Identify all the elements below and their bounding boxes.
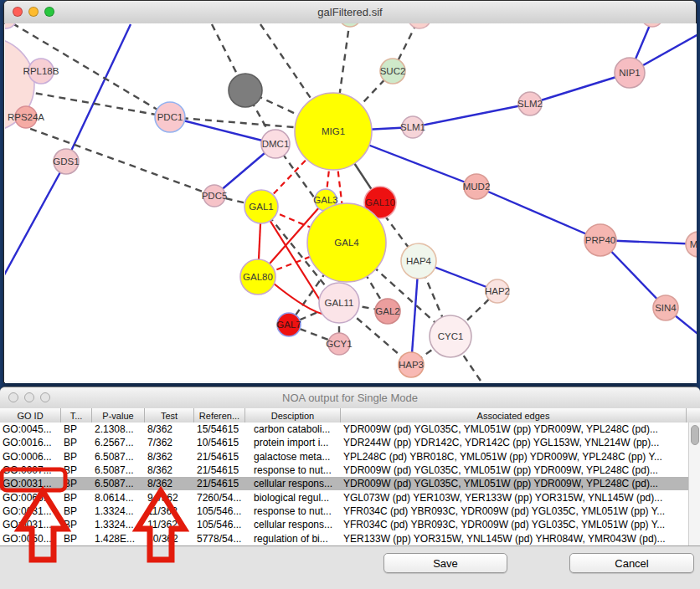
close-icon[interactable] [13,7,23,17]
zoom-icon[interactable] [40,392,50,402]
node-label-CYC1: CYC1 [438,331,464,341]
close-icon[interactable] [8,392,18,402]
vertical-scrollbar[interactable] [688,423,700,545]
node-label-PRP40: PRP40 [585,235,615,245]
cell: 8/362 [145,477,194,490]
cell: YDR009W (pd) YGL035C, YML051W (pp) YDR00… [341,423,687,436]
cell: 8/362 [145,464,194,477]
cell: BP [61,464,92,477]
node-label-GAL11: GAL11 [325,298,354,308]
noa-window-titlebar[interactable]: NOA output for Single Mode [0,387,700,409]
cell: 105/546... [194,518,245,531]
cell: YDR009W (pd) YGL035C, YML051W (pp) YDR00… [341,464,687,477]
cell: 10/54615 [194,436,245,449]
cell: GO:0031... [0,518,61,531]
node-label-NIP1: NIP1 [619,68,641,78]
cell: GO:0050... [0,531,61,545]
cell: 6.5087... [92,450,145,464]
node-label-GDS1: GDS1 [53,156,79,166]
cell: 21/54615 [194,464,245,477]
cell: biological regul... [245,490,341,504]
cell: 21/54615 [194,450,245,464]
cell: regulation of bi... [245,531,341,545]
edge-blue[interactable] [66,24,131,161]
cell: GO:0006... [0,450,61,464]
edge-blue[interactable] [5,161,66,281]
column-header-desciption[interactable]: Desciption [245,408,341,423]
cell: 1.428E... [92,531,145,545]
cell: response to nut... [245,504,341,518]
node-label-GAL1: GAL1 [249,202,273,212]
cell: BP [61,531,92,545]
cell: 7260/54... [194,490,245,504]
node-gray-node[interactable] [229,74,262,107]
zoom-icon[interactable] [44,7,54,17]
cell: 11/362 [145,504,194,518]
cancel-button[interactable]: Cancel [569,553,694,573]
table-row-3[interactable]: GO:0006...BP6.5087...8/36221/54615galact… [0,450,688,464]
table-row-8[interactable]: GO:0031...BP1.3324...11/362105/546...cel… [0,518,688,531]
cell: response to nut... [245,464,341,477]
save-button[interactable]: Save [383,553,507,573]
node-label-GAL80: GAL80 [243,272,273,282]
table-header-row: GO IDT...P-valueTestReferen...Desciption… [0,408,700,423]
cell: BP [61,436,92,449]
button-bar: Save Cancel [0,545,700,589]
cell: BP [61,423,92,436]
minimize-icon[interactable] [28,7,39,17]
table-row-4[interactable]: GO:0007...BP6.5087...8/36221/54615respon… [0,464,688,477]
cell: 11/362 [145,518,194,531]
column-header-associated-edges[interactable]: Associated edges [341,408,687,423]
cell: 94/362 [145,490,194,504]
node-label-HAP2: HAP2 [485,286,510,296]
cell: GO:0016... [0,436,61,449]
network-canvas[interactable]: RPL18BRPS24AGDS1PDC1PDC5MIG1DMC1SUC2SLM1… [5,23,697,383]
network-graph: RPL18BRPS24AGDS1PDC1PDC5MIG1DMC1SUC2SLM1… [5,23,697,383]
node-top-pink-cut[interactable] [408,23,431,28]
edge-dash[interactable] [19,125,214,196]
table-row-1[interactable]: GO:0045...BP2.1308...8/36215/54615carbon… [0,423,688,436]
network-window-title: galFiltered.sif [317,6,382,18]
desktop: { "network_window": { "title": "galFilte… [0,0,700,589]
cell: BP [61,450,92,464]
edge-blue[interactable] [413,104,530,127]
cell: 7/362 [145,436,194,449]
column-header-referen-[interactable]: Referen... [194,408,245,423]
node-nip1-neighbor-cut[interactable] [641,23,663,27]
table-row-2[interactable]: GO:0016...BP6.2567...7/36210/54615protei… [0,436,688,449]
node-label-GAL7: GAL7 [276,320,301,330]
node-label-RPS24A: RPS24A [8,112,44,122]
node-label-GAL2: GAL2 [375,306,399,316]
cell: 8/362 [145,423,194,436]
column-header-t-[interactable]: T... [61,408,92,423]
network-window-titlebar[interactable]: galFiltered.sif [4,1,696,24]
node-label-GCY1: GCY1 [326,339,352,349]
column-header-p-value[interactable]: P-value [92,408,145,423]
traffic-lights-inactive [8,392,50,402]
cell: 80/362 [145,531,194,545]
cell: BP [61,477,92,490]
node-label-MUD2: MUD2 [463,182,491,192]
node-label-PDC1: PDC1 [157,112,183,122]
cell: 8/362 [145,450,194,464]
cell: YFR034C (pd) YBR093C, YDR009W (pd) YGL03… [341,518,687,531]
cell: 6.5087... [92,464,145,477]
column-header-test[interactable]: Test [145,408,194,423]
cell: cellular respons... [245,477,341,490]
node-label-MIG1: MIG1 [322,126,345,136]
cell: GO:0065... [0,490,61,504]
cell: BP [61,504,92,518]
column-header-go-id[interactable]: GO ID [0,408,61,423]
table-row-9[interactable]: GO:0050...BP1.428E...80/3625778/54...reg… [0,531,688,545]
scrollbar-thumb[interactable] [691,425,699,445]
table-row-5[interactable]: GO:0031...BP6.5087...8/36221/54615cellul… [0,477,688,490]
cell: cellular respons... [245,518,341,531]
cell: YDR244W (pp) YDR142C, YDR142C (pp) YGL15… [341,436,687,449]
cell: YER133W (pp) YOR315W, YNL145W (pd) YHR08… [341,531,687,545]
minimize-icon[interactable] [24,392,34,402]
edge-blue[interactable] [476,187,600,240]
cell: 6.5087... [92,477,145,490]
node-top-green-cut[interactable] [339,23,361,27]
table-row-6[interactable]: GO:0065...BP8.0614...94/3627260/54...bio… [0,490,688,504]
table-row-7[interactable]: GO:0031...BP1.3324...11/362105/546...res… [0,504,688,518]
